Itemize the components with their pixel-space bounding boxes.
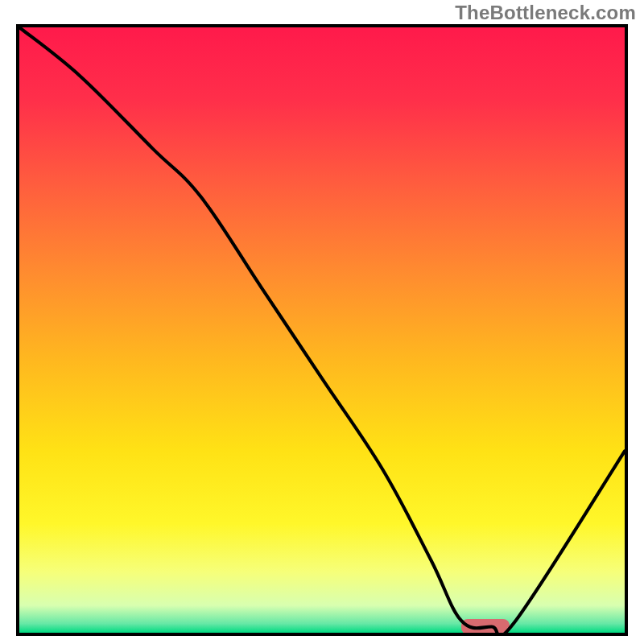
chart-root: TheBottleneck.com <box>0 0 644 644</box>
bottleneck-curve <box>19 27 625 633</box>
plot-area <box>16 24 628 636</box>
curve-path <box>19 27 625 633</box>
watermark-text: TheBottleneck.com <box>455 2 636 24</box>
